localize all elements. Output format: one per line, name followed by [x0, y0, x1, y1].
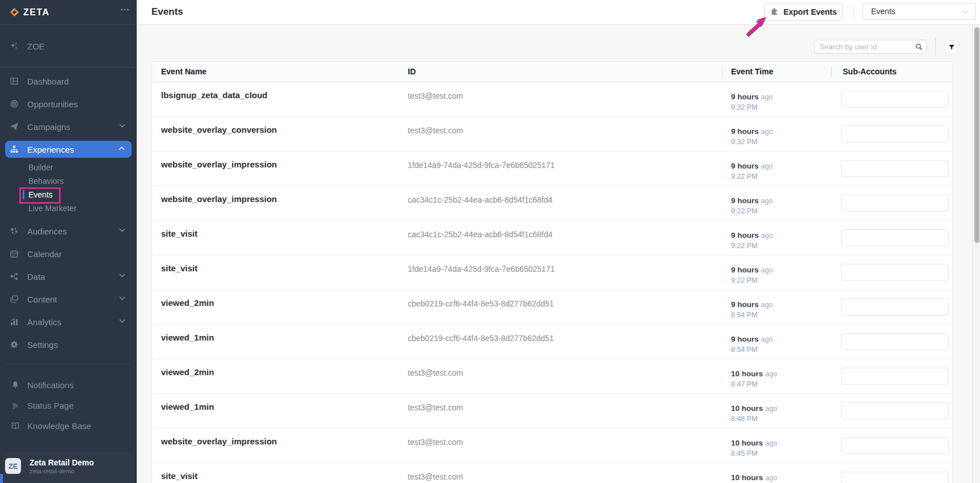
- sub-accounts-box[interactable]: [841, 91, 949, 108]
- sidebar-item-label: Notifications: [27, 380, 74, 390]
- event-type-dropdown-value: Events: [871, 7, 895, 16]
- event-time-relative: 9 hours: [731, 300, 759, 309]
- sub-accounts-box[interactable]: [841, 125, 949, 142]
- chevron-down-icon: [961, 8, 969, 16]
- event-time-relative: 9 hours: [731, 266, 759, 274]
- chevron-down-icon: [119, 228, 125, 232]
- sidebar-item-data[interactable]: Data: [0, 265, 137, 288]
- table-row[interactable]: lbsignup_zeta_data_cloud test3@test.com …: [152, 82, 952, 116]
- export-events-button[interactable]: Export Events: [764, 3, 843, 21]
- event-time-absolute: 9:22 PM: [731, 173, 773, 181]
- sidebar-item-dashboard[interactable]: Dashboard: [0, 70, 137, 93]
- sidebar-subitem-label: Live Marketer: [28, 204, 77, 213]
- event-time-cell: 9 hoursago 9:22 PM: [731, 196, 773, 216]
- table-row[interactable]: viewed_1min test3@test.com 10 hoursago 8…: [152, 393, 952, 428]
- event-time-relative: 9 hours: [731, 231, 759, 240]
- calendar-icon: [10, 249, 19, 258]
- sidebar-item-status-page[interactable]: Status Page: [0, 395, 137, 415]
- sub-accounts-box[interactable]: [841, 333, 949, 350]
- sub-accounts-box[interactable]: [841, 472, 949, 483]
- event-time-ago-label: ago: [765, 405, 777, 413]
- account-slug: zeta-retail-demo: [29, 467, 94, 475]
- event-time-cell: 9 hoursago 8:54 PM: [731, 300, 773, 320]
- sidebar-subitem-behaviors[interactable]: Behaviors: [0, 174, 137, 188]
- sidebar-item-label: Audiences: [27, 226, 67, 236]
- sub-accounts-box[interactable]: [841, 229, 949, 246]
- search-input[interactable]: [814, 43, 911, 51]
- paper-plane-icon: [10, 122, 19, 131]
- sidebar-item-label: Knowledge Base: [27, 421, 91, 431]
- table-row[interactable]: viewed_2min cbeb0219-ccf6-44f4-8e53-8d27…: [152, 289, 952, 324]
- brand-name: ZETA: [23, 7, 50, 18]
- topbar: Events Export Events Events: [137, 0, 980, 25]
- sub-accounts-box[interactable]: [841, 402, 949, 419]
- sidebar-item-analytics[interactable]: Analytics: [0, 310, 137, 333]
- event-time-cell: 10 hoursago 8:45 PM: [731, 438, 777, 458]
- sidebar-item-notifications[interactable]: Notifications: [0, 375, 137, 395]
- sub-accounts-box[interactable]: [841, 264, 949, 281]
- table-row[interactable]: website_overlay_impression test3@test.co…: [152, 428, 952, 463]
- event-id-cell: test3@test.com: [408, 91, 463, 100]
- topbar-divider: [854, 5, 854, 20]
- event-time-relative: 9 hours: [731, 335, 759, 343]
- gear-icon: [10, 340, 19, 349]
- sidebar-divider: [6, 364, 131, 364]
- sub-accounts-box[interactable]: [841, 299, 949, 316]
- sidebar-subitem-builder[interactable]: Builder: [0, 161, 137, 174]
- column-header-event-time: Event Time: [731, 67, 773, 76]
- table-row[interactable]: viewed_1min cbeb0219-ccf6-44f4-8e53-8d27…: [152, 324, 952, 359]
- event-time-ago-label: ago: [761, 266, 773, 274]
- sidebar: ZETA ZOE Dashboard Opportunities: [0, 0, 137, 483]
- event-time-ago-label: ago: [765, 370, 777, 378]
- search-icon[interactable]: [911, 40, 926, 53]
- target-icon: [10, 99, 19, 108]
- table-row[interactable]: website_overlay_conversion test3@test.co…: [152, 116, 952, 151]
- sidebar-item-audiences[interactable]: Audiences: [0, 220, 137, 242]
- scrollbar-thumb[interactable]: [974, 27, 979, 243]
- event-name-cell: viewed_1min: [161, 333, 214, 342]
- event-time-relative: 10 hours: [731, 404, 763, 413]
- table-row[interactable]: website_overlay_impression 1fde14a9-74da…: [152, 151, 952, 186]
- event-time-absolute: 8:45 PM: [731, 450, 777, 458]
- sidebar-item-knowledge-base[interactable]: Knowledge Base: [0, 415, 137, 436]
- sidebar-item-experiences[interactable]: Experiences: [5, 141, 132, 158]
- chevron-down-icon: [119, 124, 125, 128]
- sidebar-subitem-live-marketer[interactable]: Live Marketer: [0, 201, 137, 215]
- table-row[interactable]: site_visit test3@test.com 10 hoursago 8:…: [152, 463, 952, 483]
- account-switcher[interactable]: ZE Zeta Retail Demo zeta-retail-demo: [3, 452, 134, 483]
- toolbar-divider: [935, 38, 936, 56]
- event-type-dropdown[interactable]: Events: [863, 3, 975, 20]
- event-time-cell: 10 hoursago 8:47 PM: [731, 369, 777, 389]
- event-time-absolute: 8:47 PM: [731, 380, 777, 389]
- sidebar-footer-nav: Notifications Status Page Knowledge Base: [0, 375, 137, 436]
- event-time-absolute: 9:32 PM: [731, 138, 773, 146]
- event-time-relative: 10 hours: [731, 369, 763, 378]
- event-time-absolute: 8:46 PM: [731, 415, 777, 423]
- table-row[interactable]: viewed_2min test3@test.com 10 hoursago 8…: [152, 359, 952, 393]
- table-row[interactable]: site_visit 1fde14a9-74da-425d-9fca-7e6b6…: [152, 255, 952, 289]
- column-divider: [722, 66, 723, 78]
- sidebar-item-opportunities[interactable]: Opportunities: [0, 93, 137, 115]
- sidebar-item-calendar[interactable]: Calendar: [0, 242, 137, 265]
- sub-accounts-box[interactable]: [841, 368, 949, 385]
- event-id-cell: cac34c1c-25b2-44ea-acb6-8d54f1c68fd4: [408, 195, 552, 204]
- table-row[interactable]: website_overlay_impression cac34c1c-25b2…: [152, 186, 952, 220]
- sub-accounts-box[interactable]: [841, 160, 949, 177]
- zoe-sparkles-icon: [10, 41, 19, 51]
- filter-button[interactable]: [944, 40, 958, 54]
- bell-icon: [11, 380, 20, 389]
- sidebar-item-settings[interactable]: Settings: [0, 333, 137, 356]
- table-row[interactable]: site_visit cac34c1c-25b2-44ea-acb6-8d54f…: [152, 220, 952, 255]
- experiences-submenu: Builder Behaviors Events Live Marketer: [0, 161, 137, 215]
- event-time-ago-label: ago: [761, 197, 773, 205]
- sidebar-menu-ellipsis-icon[interactable]: [120, 8, 129, 11]
- sidebar-item-content[interactable]: Content: [0, 288, 137, 310]
- brand-row: ZETA: [0, 0, 137, 25]
- sub-accounts-box[interactable]: [841, 437, 949, 454]
- sidebar-item-campaigns[interactable]: Campaigns: [0, 115, 137, 138]
- main-content: Events Export Events Events: [137, 0, 980, 483]
- sidebar-item-zoe[interactable]: ZOE: [0, 25, 137, 68]
- event-time-cell: 9 hoursago 9:22 PM: [731, 161, 773, 181]
- sub-accounts-box[interactable]: [841, 195, 949, 212]
- sidebar-subitem-events[interactable]: Events: [0, 188, 137, 201]
